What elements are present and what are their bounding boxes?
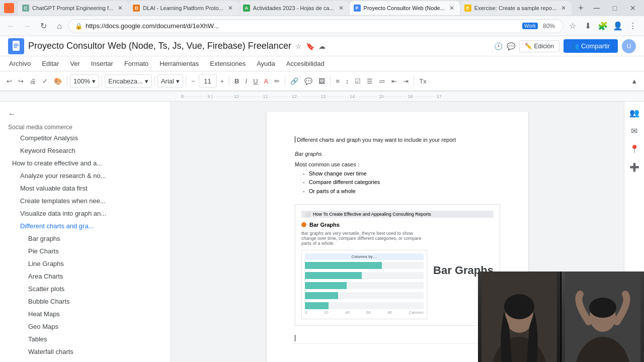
sidebar-item-create-templates[interactable]: Create templates when nee... <box>0 195 171 207</box>
sidebar-item-social-media[interactable]: Social media commerce <box>0 123 171 132</box>
bookmark-icon[interactable]: ☆ <box>566 19 580 33</box>
sidebar-item-competitor[interactable]: Competitor Analysis <box>0 132 171 144</box>
font-size-input[interactable]: 11 <box>199 74 217 87</box>
italic-button[interactable]: I <box>243 74 250 88</box>
tab-title-dlai: DLAI - Learning Platform Proto... <box>143 5 223 11</box>
menu-accesibilidad[interactable]: Accesibilidad <box>281 58 330 69</box>
chevron-down-icon-2: ▾ <box>145 77 148 85</box>
align-left-button[interactable]: ≡ <box>333 74 342 88</box>
menu-extensiones[interactable]: Extensiones <box>205 58 251 69</box>
comment-add-button[interactable]: 💬 <box>302 74 315 88</box>
maximize-button[interactable]: □ <box>608 1 622 15</box>
zoom-dropdown[interactable]: 100% ▾ <box>70 74 99 87</box>
tab-close-dlai[interactable]: ✕ <box>226 4 234 12</box>
history-icon[interactable]: 🕐 <box>494 42 503 50</box>
collapse-toolbar-button[interactable]: ▲ <box>628 74 640 88</box>
profile-icon[interactable]: 👤 <box>611 19 625 33</box>
tab-close-exercise[interactable]: ✕ <box>559 4 568 12</box>
doc-list-item-1: - Show change over time <box>295 169 500 178</box>
sidebar-item-pie-charts[interactable]: Pie Charts <box>0 245 171 257</box>
image-button[interactable]: 🖼 <box>316 74 328 88</box>
tab-dlai[interactable]: D DLAI - Learning Platform Proto... ✕ <box>129 1 238 15</box>
numbered-list-button[interactable]: ≔ <box>376 74 388 88</box>
star-icon[interactable]: ☆ <box>295 42 302 50</box>
sidebar-item-pictograms[interactable]: Pictograms <box>0 358 171 362</box>
bold-button[interactable]: B <box>232 74 242 88</box>
sidebar-item-scatter-plots[interactable]: Scatter plots <box>0 283 171 295</box>
redo-button[interactable]: ↪ <box>16 74 26 88</box>
sidebar-item-line-graphs[interactable]: Line Graphs <box>0 257 171 270</box>
sidebar-item-heat-maps[interactable]: Heat Maps <box>0 308 171 320</box>
menu-herramientas[interactable]: Herramientas <box>154 58 204 69</box>
tab-close-actividades[interactable]: ✕ <box>337 4 345 12</box>
increase-indent-button[interactable]: ⇥ <box>400 74 411 88</box>
bar-bg-4 <box>305 292 424 299</box>
home-button[interactable]: ⌂ <box>52 19 66 33</box>
bar-row-3 <box>305 282 424 289</box>
more-icon[interactable]: ⋮ <box>626 19 640 33</box>
highlight-button[interactable]: ✏ <box>272 74 282 88</box>
sidebar-item-most-valuable[interactable]: Most valuable data first <box>0 182 171 195</box>
sidebar-item-area-charts[interactable]: Area Charts <box>0 270 171 283</box>
tab-exercise[interactable]: E Exercise: Create a sample repo... ✕ <box>460 1 572 15</box>
minimize-button[interactable]: ─ <box>590 1 604 15</box>
tab-chatgpt[interactable]: C ChatGPT Prompt Engineering f... ✕ <box>18 1 128 15</box>
address-bar[interactable]: 🔒 https://docs.google.com/document/d/1eX… <box>68 19 564 33</box>
clear-format-button[interactable]: Tx <box>417 74 429 88</box>
sidebar-back-button[interactable]: ← <box>8 110 16 119</box>
menu-insertar[interactable]: Insertar <box>86 58 118 69</box>
menu-ayuda[interactable]: Ayuda <box>252 58 280 69</box>
tab-close-chatgpt[interactable]: ✕ <box>116 4 124 12</box>
sidebar-item-visualize[interactable]: Visualize data into graph an... <box>0 207 171 220</box>
tab-close-proyecto[interactable]: ✕ <box>448 4 456 12</box>
link-button[interactable]: 🔗 <box>288 74 301 88</box>
menu-ver[interactable]: Ver <box>65 58 85 69</box>
back-button[interactable]: ← <box>4 19 18 33</box>
download-icon[interactable]: ⬇ <box>581 19 595 33</box>
new-tab-button[interactable]: + <box>574 1 588 15</box>
separator-5 <box>229 76 229 86</box>
menu-formato[interactable]: Formato <box>119 58 153 69</box>
sidebar-item-bubble-charts[interactable]: Bubble Charts <box>0 295 171 308</box>
spell-button[interactable]: ✓ <box>40 74 50 88</box>
tab-proyecto[interactable]: P Proyecto Consultor Web (Node... ✕ <box>350 1 460 15</box>
font-size-increase[interactable]: + <box>218 74 227 88</box>
menu-archivo[interactable]: Archivo <box>4 58 36 69</box>
close-button[interactable]: ✕ <box>626 1 640 15</box>
edition-button[interactable]: ✏️ Edición <box>519 40 559 52</box>
reload-button[interactable]: ↻ <box>36 19 50 33</box>
sidebar-item-bar-graphs[interactable]: Bar graphs <box>0 232 171 245</box>
checklist-button[interactable]: ☑ <box>352 74 363 88</box>
bullet-list-button[interactable]: ☰ <box>364 74 375 88</box>
right-panel-mail-icon[interactable]: ✉ <box>627 124 641 138</box>
sidebar-item-tables[interactable]: Tables <box>0 333 171 345</box>
right-panel-location-icon[interactable]: 📍 <box>627 142 641 156</box>
print-button[interactable]: 🖨 <box>27 74 39 88</box>
line-spacing-button[interactable]: ↕ <box>343 74 352 88</box>
decrease-indent-button[interactable]: ⇤ <box>389 74 399 88</box>
font-dropdown[interactable]: Arial ▾ <box>157 74 183 87</box>
extensions-icon[interactable]: 🧩 <box>596 19 610 33</box>
sidebar-item-how-to[interactable]: How to create effective and a... <box>0 157 171 169</box>
share-button[interactable]: 👥 Compartir <box>564 39 618 53</box>
tab-actividades[interactable]: A Actividades 2023 - Hojas de ca... ✕ <box>239 1 349 15</box>
menu-editar[interactable]: Editar <box>37 58 64 69</box>
font-size-decrease[interactable]: − <box>189 74 198 88</box>
bookmark-icon-doc[interactable]: 🔖 <box>306 42 314 50</box>
underline-button[interactable]: U <box>251 74 260 88</box>
sidebar-item-analyze[interactable]: Analyze your research & no... <box>0 169 171 182</box>
style-dropdown[interactable]: Encabeza... ▾ <box>105 74 152 87</box>
user-avatar[interactable]: U <box>622 39 636 53</box>
undo-button[interactable]: ↩ <box>4 74 15 88</box>
sidebar-item-different-charts[interactable]: Different charts and gra... <box>0 220 171 232</box>
comment-icon[interactable]: 💬 <box>507 42 515 50</box>
bar-fill-3 <box>305 282 347 289</box>
text-color-button[interactable]: A <box>262 74 271 88</box>
paint-format-button[interactable]: 🎨 <box>51 74 64 88</box>
sidebar-item-waterfall[interactable]: Waterfall charts <box>0 345 171 358</box>
sidebar-item-geo-maps[interactable]: Geo Maps <box>0 320 171 333</box>
sidebar-item-keyword[interactable]: Keyword Research <box>0 144 171 157</box>
right-panel-add-icon[interactable]: ➕ <box>627 160 641 174</box>
right-panel-people-icon[interactable]: 👥 <box>627 106 641 120</box>
forward-button[interactable]: → <box>20 19 34 33</box>
